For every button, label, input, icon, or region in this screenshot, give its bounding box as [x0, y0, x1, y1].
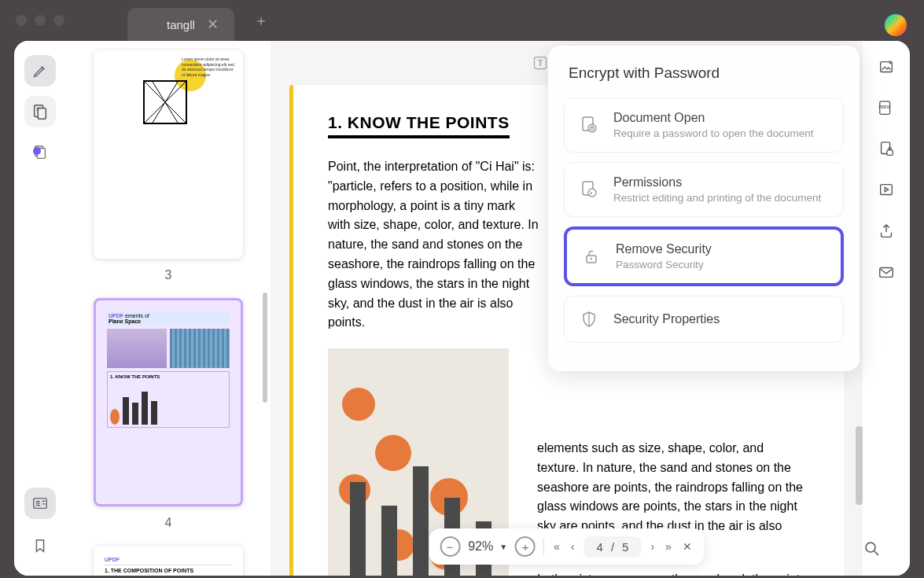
svg-text:PDF/A: PDF/A [879, 105, 891, 109]
slideshow-button[interactable] [877, 181, 896, 200]
titlebar: tangll ✕ ＋ [0, 0, 924, 41]
share-button[interactable] [877, 222, 896, 241]
thumbnails-icon [31, 103, 49, 120]
active-indicator [33, 147, 41, 155]
svg-rect-6 [34, 499, 47, 509]
thumbnail-scrollbar[interactable] [263, 293, 267, 403]
svg-rect-3 [38, 108, 46, 119]
file-lock-icon [579, 115, 599, 135]
encrypt-password-panel: Encrypt with Password Document Open Requ… [548, 46, 860, 371]
thumbnails-panel-toggle[interactable] [24, 96, 56, 127]
thumbnail-page-3[interactable]: Lorem ipsum dolor sit amet consectetur a… [82, 50, 255, 282]
prev-page-button[interactable]: ‹ [569, 539, 576, 554]
highlighter-icon [31, 62, 49, 79]
document-tab[interactable]: tangll ✕ [127, 8, 234, 41]
panel-title: Encrypt with Password [564, 64, 844, 82]
last-page-button[interactable]: » [664, 539, 673, 554]
contact-card-tool[interactable] [24, 488, 56, 519]
svg-point-31 [866, 543, 875, 552]
new-tab-button[interactable]: ＋ [254, 11, 268, 30]
svg-line-32 [874, 551, 878, 555]
abstract-art-icon [145, 82, 186, 123]
svg-rect-30 [880, 268, 893, 278]
thumbnail-panel: Lorem ipsum dolor sit amet consectetur a… [66, 41, 271, 576]
file-lock-icon [878, 141, 895, 158]
bookmark-icon [31, 537, 49, 554]
zoom-level-dropdown[interactable]: 92% ▼ [468, 539, 507, 554]
highlighter-tool[interactable] [24, 55, 56, 87]
permissions-card[interactable]: Permissions Restrict editing and printin… [564, 162, 844, 217]
document-scrollbar[interactable] [856, 426, 863, 505]
thumbnail-number: 4 [165, 516, 172, 530]
close-tab-icon[interactable]: ✕ [207, 16, 219, 33]
export-image-icon [878, 59, 895, 76]
next-page-button[interactable]: › [649, 539, 656, 554]
close-zoombar-button[interactable]: ✕ [681, 539, 694, 554]
window-controls [16, 15, 64, 26]
first-page-button[interactable]: « [552, 539, 561, 554]
right-toolbar: PDF/A [863, 41, 910, 576]
zoom-out-button[interactable]: − [440, 536, 460, 557]
contact-card-icon [31, 495, 49, 512]
close-window[interactable] [16, 15, 27, 26]
svg-text:T: T [538, 58, 543, 68]
file-security-button[interactable] [877, 140, 896, 159]
pdfa-button[interactable]: PDF/A [877, 99, 896, 118]
thumbnail-page-4[interactable]: UPDF ements ofPlane Space 1. KNOW THE PO… [82, 298, 255, 530]
svg-rect-28 [887, 150, 893, 155]
maximize-window[interactable] [53, 15, 64, 26]
mail-icon [878, 263, 895, 281]
thumbnail-number: 3 [165, 268, 172, 282]
remove-security-card[interactable]: Remove Security Password Security [564, 226, 844, 286]
zoom-in-button[interactable]: + [515, 536, 536, 557]
document-open-card[interactable]: Document Open Require a password to open… [564, 98, 844, 153]
export-image-button[interactable] [877, 58, 896, 77]
page-paragraph-1: Point, the interpretation of "Ci Hai" is… [328, 157, 540, 333]
left-toolbar [14, 41, 66, 576]
search-button[interactable] [863, 539, 882, 558]
unlock-icon [581, 246, 602, 267]
pdfa-icon: PDF/A [877, 100, 896, 117]
svg-point-7 [36, 501, 39, 504]
profile-avatar[interactable] [885, 14, 907, 36]
mail-button[interactable] [877, 263, 896, 282]
svg-rect-29 [881, 185, 893, 195]
svg-point-20 [588, 189, 596, 197]
slideshow-icon [878, 182, 895, 199]
svg-point-22 [591, 258, 592, 260]
file-permission-icon [579, 179, 599, 200]
page-paragraph-2b: In the picture space, on the one hand, t… [537, 570, 804, 576]
zoom-navigation-bar: − 92% ▼ + « ‹ 4 / 5 › » ✕ [429, 528, 705, 565]
page-heading: 1. KNOW THE POINTS [328, 113, 510, 138]
tab-label: tangll [167, 18, 195, 31]
share-icon [878, 223, 895, 240]
security-properties-card[interactable]: Security Properties [564, 296, 844, 343]
minimize-window[interactable] [35, 15, 46, 26]
bookmark-tool[interactable] [24, 530, 56, 561]
shield-icon [579, 309, 599, 329]
svg-rect-24 [881, 62, 893, 72]
thumbnail-page-5[interactable]: UPDF 1. THE COMPOSITION OF POINTS Lorem … [82, 546, 255, 576]
search-icon [863, 539, 882, 558]
text-icon: T [532, 55, 548, 71]
page-input[interactable]: 4 / 5 [584, 536, 642, 558]
